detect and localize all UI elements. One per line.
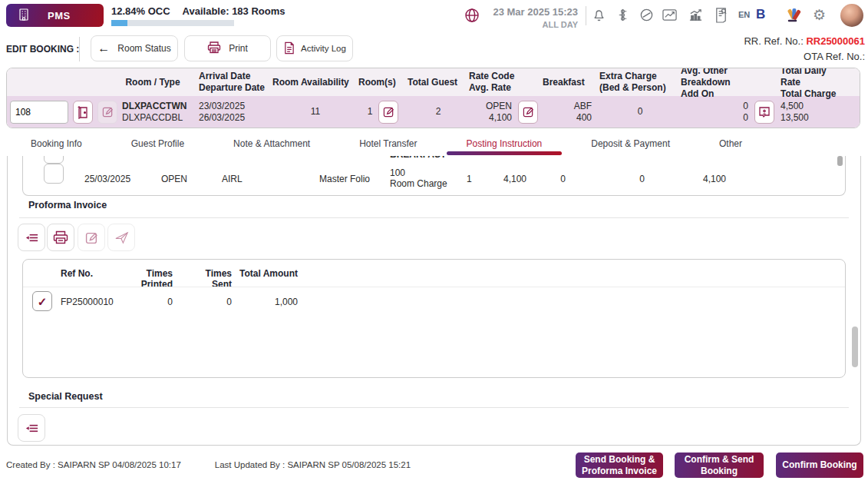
proforma-print-button[interactable]	[47, 224, 74, 251]
room-type: DLXPACCTWN	[122, 101, 186, 112]
total-charge: 13,500	[781, 112, 838, 124]
ota-ref-label: OTA Ref. No.:	[744, 49, 865, 65]
posting-qty: 1	[467, 174, 472, 184]
booking-table-header: Room / Type Arrival DateDeparture Date R…	[7, 68, 860, 96]
tab-deposit-payment[interactable]: Deposit & Payment	[591, 138, 670, 149]
add-on-value: 0	[743, 112, 748, 124]
confirm-booking-button[interactable]: Confirm Booking	[776, 453, 863, 478]
edit-room-button-disabled	[97, 101, 117, 124]
room-status-button[interactable]: ← Room Status	[91, 35, 178, 61]
avg-other-breakdown: 0	[743, 101, 748, 112]
posting-row-checkbox-partial[interactable]	[44, 156, 64, 164]
proforma-times-printed: 0	[115, 297, 173, 307]
language-selector[interactable]: EN	[738, 10, 750, 19]
printer-icon	[207, 41, 221, 56]
breakfast-code: ABF	[543, 101, 592, 112]
day-mode: ALL DAY	[493, 19, 578, 31]
activity-log-label: Activity Log	[301, 44, 346, 53]
proforma-total-amount: 1,000	[239, 297, 298, 307]
tab-other[interactable]: Other	[719, 138, 742, 149]
globe-icon[interactable]	[464, 7, 480, 24]
datetime-display: 23 Mar 2025 15:23 ALL DAY	[493, 5, 578, 30]
confirm-send-booking-button[interactable]: Confirm & Send Booking	[675, 453, 764, 478]
posting-table-scrollbar[interactable]	[837, 156, 843, 166]
bar-chart-icon[interactable]	[688, 8, 704, 22]
departure-date: 26/03/2025	[199, 112, 272, 124]
room-type-alt: DLXPACCDBL	[122, 112, 186, 124]
posting-discount: 0	[549, 174, 566, 184]
panel-scrollbar[interactable]	[852, 327, 858, 367]
proforma-times-sent: 0	[186, 297, 232, 307]
room-number-input[interactable]	[10, 101, 68, 124]
theme-palette-icon[interactable]	[784, 6, 803, 25]
total-daily-rate: 4,500	[781, 101, 838, 112]
special-request-list-button[interactable]	[18, 414, 45, 442]
tab-hotel-transfer[interactable]: Hotel Transfer	[359, 138, 417, 149]
tab-posting-instruction[interactable]: Posting Instruction	[467, 138, 543, 149]
assign-room-button[interactable]	[73, 101, 93, 124]
line-chart-icon[interactable]	[662, 8, 678, 22]
posting-instruction-panel: BREAKFAST 25/03/2025 OPEN AIRL Master Fo…	[7, 156, 861, 446]
rr-ref-value: RR25000061	[806, 35, 865, 47]
booking-summary-table: Room / Type Arrival DateDeparture Date R…	[6, 68, 860, 128]
occupancy-progressbar	[111, 20, 234, 26]
user-avatar[interactable]	[840, 4, 863, 27]
posting-service: 0	[628, 174, 645, 184]
tab-note-attachment[interactable]: Note & Attachment	[233, 138, 310, 149]
proforma-invoice-title: Proforma Invoice	[28, 200, 107, 211]
posting-code: AIRL	[222, 174, 243, 184]
pms-edit-booking-screen: PMS 12.84% OCC Available: 183 Rooms 23 M…	[0, 0, 868, 484]
posting-instruction-table: BREAKFAST 25/03/2025 OPEN AIRL Master Fo…	[22, 156, 846, 196]
rr-ref-label: RR. Ref. No.:	[744, 35, 803, 47]
settings-gear-icon[interactable]: ⚙	[813, 8, 826, 22]
avg-rate: 4,100	[486, 112, 512, 124]
current-datetime: 23 Mar 2025 15:23	[493, 5, 578, 19]
activity-log-button[interactable]: Activity Log	[276, 35, 353, 61]
posting-amount: 4,100	[682, 174, 726, 184]
posting-date: 25/03/2025	[84, 174, 130, 184]
block-status-icon[interactable]	[639, 8, 654, 22]
brand-b-icon[interactable]: B	[756, 7, 765, 22]
posting-charge: 100Room Charge	[390, 167, 447, 189]
tab-booking-info[interactable]: Booking Info	[31, 138, 82, 149]
last-updated-by: Last Updated By : SAIPARN SP 05/08/2025 …	[215, 460, 411, 469]
breakfast-rate: 400	[543, 112, 592, 124]
rate-code: OPEN	[486, 101, 512, 112]
created-by: Created By : SAIPARN SP 04/08/2025 10:17	[6, 460, 181, 469]
send-booking-proforma-button[interactable]: Send Booking & Proforma Invoice	[576, 453, 663, 478]
room-status-label: Room Status	[117, 43, 170, 54]
building-icon	[6, 8, 31, 24]
channel-network-icon[interactable]	[616, 8, 630, 22]
tab-guest-profile[interactable]: Guest Profile	[131, 138, 184, 149]
check-icon: ✓	[38, 296, 48, 307]
posting-folio: Master Folio	[319, 174, 370, 184]
posting-partial-text: BREAKFAST	[390, 156, 446, 160]
audit-info: Created By : SAIPARN SP 04/08/2025 10:17…	[6, 460, 411, 469]
edit-rooms-button[interactable]	[378, 101, 398, 124]
pms-logo[interactable]: PMS	[6, 4, 104, 27]
topbar-divider	[586, 6, 586, 25]
bell-icon[interactable]	[592, 8, 606, 22]
posting-rate-code: OPEN	[161, 174, 187, 184]
toolbar-divider	[79, 37, 80, 61]
occupancy-summary: 12.84% OCC Available: 183 Rooms	[111, 5, 285, 17]
total-guest: 2	[408, 106, 469, 118]
proforma-send-button[interactable]	[107, 224, 135, 251]
occupancy-percent: 12.84% OCC	[111, 5, 170, 17]
special-request-title: Special Request	[28, 391, 103, 402]
proforma-row-checkbox[interactable]: ✓	[32, 291, 52, 311]
special-request-divider	[19, 407, 849, 408]
extra-charge: 0	[599, 106, 681, 118]
activity-log-icon	[283, 41, 295, 56]
proforma-list-button[interactable]	[18, 224, 45, 251]
rooms-count: 1	[368, 106, 373, 118]
print-button[interactable]: Print	[184, 35, 271, 61]
back-arrow-icon: ←	[97, 41, 110, 55]
col-total-amount: Total Amount	[239, 268, 298, 279]
edit-rate-button[interactable]	[518, 101, 538, 124]
proforma-edit-button[interactable]	[78, 224, 105, 251]
posting-row-checkbox[interactable]	[44, 164, 64, 184]
report-audit-icon[interactable]	[714, 7, 728, 23]
add-on-button[interactable]	[754, 101, 774, 124]
proforma-header-divider	[23, 287, 845, 287]
